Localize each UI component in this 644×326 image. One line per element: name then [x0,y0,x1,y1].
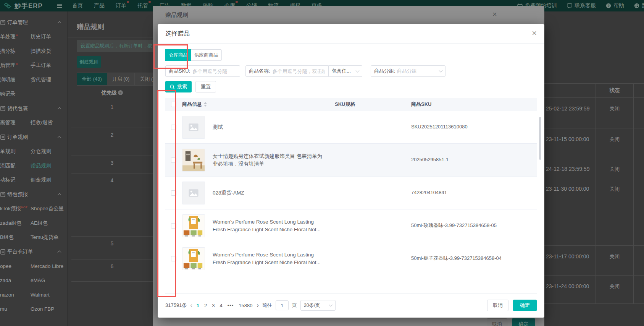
sort-icon[interactable] [204,102,207,107]
product-sku-input[interactable] [192,68,237,75]
page-number[interactable]: ••• [227,303,235,308]
product-name: Women's Perfume Rose Scent Long Lasting … [213,251,327,266]
product-name-field[interactable]: 商品名称: [245,65,329,77]
confirm-button[interactable]: 确定 [512,318,535,326]
product-row[interactable]: 测试 SKU20251201113610080 [165,111,537,144]
rule-status-tabs: 全部 (48) 开启 (0) 关闭 ( [77,73,153,86]
scrollbar-thumb[interactable] [539,117,541,160]
prev-page-icon[interactable]: ‹ [190,302,192,309]
row-checkbox[interactable] [171,125,176,130]
product-sku-field[interactable]: 商品SKU: [165,65,240,77]
product-name-input[interactable] [272,68,325,75]
menu-toggle-icon[interactable] [57,4,62,8]
sidebar-section[interactable]: 订单规则 [0,134,67,141]
sidebar-item[interactable]: Mercado Libre [31,263,67,269]
background-table-strip: 状态 25-02-12 23:59:59 关闭 23-11-15 00:00:0… [544,11,644,326]
sidebar-item[interactable]: eMAG [31,277,67,283]
sidebar-item[interactable]: B组包 [0,234,31,241]
sidebar-item[interactable]: 历史订单 [31,33,67,40]
table-row: 5 [71,237,153,260]
product-group-select[interactable]: 商品分组: 商品分组 [371,65,445,77]
sidebar-section[interactable]: 组包预报 [0,191,67,198]
sidebar-item[interactable]: 单处理 [0,33,31,40]
sidebar-section[interactable]: 订单管理 [0,19,67,26]
rule-status-tab[interactable]: 开启 (0) [107,73,135,85]
product-row[interactable]: 028退货-AMZ 7428204104841 [165,177,537,209]
sidebar-item[interactable]: Shopee首公里 [31,205,67,212]
table-row: 23-11-15 00:00:00 关闭 [544,128,644,158]
table-row: 23-11-24 00:00:00 关闭 [544,275,644,304]
sidebar-item[interactable]: 裹管理 [0,119,31,126]
nav-item[interactable]: 产品 [94,2,105,9]
sidebar-item[interactable]: Walmart [31,292,67,298]
sidebar-item[interactable]: 动标记 [0,177,31,183]
footer-divider [165,294,537,294]
create-rule-button[interactable]: 创建规则 [77,56,101,68]
page-number[interactable]: 2 [203,303,208,308]
clipped-nav-item[interactable]: 数 [634,2,644,9]
cancel-button[interactable]: 取消 [487,318,507,326]
sidebar-item[interactable]: Temu提货单 [31,234,67,241]
product-image-perfume [182,247,205,270]
sidebar-item[interactable]: opee [0,263,31,269]
cancel-button[interactable]: 取消 [487,300,508,311]
help-link[interactable]: ? 帮助 [606,2,624,9]
sidebar-item[interactable]: 描分拣 [0,48,31,55]
sidebar-section[interactable]: 平台仓订单 [0,248,67,255]
sidebar-item[interactable]: nazon [0,292,31,298]
sidebar-item[interactable]: 扫描发货 [31,48,67,55]
product-source-tab[interactable]: 仓库商品 [165,49,191,61]
sidebar-item[interactable]: 购记录 [0,91,31,97]
nav-item[interactable]: 托管 [137,2,148,9]
sidebar-item[interactable]: Ozon FBP [31,306,67,312]
row-checkbox[interactable] [171,223,176,229]
nav-item[interactable]: 订单 [116,2,126,9]
sidebar-section[interactable]: 货代包裹 [0,105,67,112]
brand[interactable]: 妙手ERP [4,2,43,10]
close-icon[interactable]: × [492,10,497,18]
select-all-checkbox[interactable] [171,102,176,107]
product-row[interactable]: Women's Perfume Rose Scent Long Lasting … [165,209,537,242]
jump-page-input[interactable] [276,300,289,310]
page-size-select[interactable]: 20条/页 [300,300,336,311]
sidebar-item[interactable]: 单规则 [0,148,31,155]
page-number[interactable]: 15880 [238,303,253,308]
row-checkbox[interactable] [171,256,176,261]
close-icon[interactable]: × [532,29,537,37]
search-button[interactable]: 搜索 [165,81,192,92]
next-page-icon[interactable]: › [257,302,258,309]
sidebar-item[interactable]: 货代管理 [31,76,67,83]
sidebar-item[interactable]: zada [0,277,31,283]
product-row[interactable]: 女士情趣贴身连体衣试新建服饰类目 包装清单为非必填项，没有填清单 2025052… [165,144,537,177]
sidebar-item[interactable]: 后管理 [0,62,31,69]
search-icon [170,84,175,89]
sidebar-item[interactable]: 赠品规则 [31,162,67,169]
sidebar-item[interactable]: AE组包 [31,220,67,227]
row-checkbox[interactable] [171,157,176,163]
rule-status-tab[interactable]: 关闭 ( [135,73,153,85]
action-row: 搜索 重置 [165,81,537,92]
confirm-button[interactable]: 确定 [513,300,537,311]
reset-button[interactable]: 重置 [195,81,216,92]
sidebar-item[interactable]: 手工订单 [31,62,67,69]
page-number[interactable]: 4 [219,303,223,308]
rule-status-tab[interactable]: 全部 (48) [77,73,107,85]
sidebar-item[interactable]: 拒收/退货 [31,119,67,126]
sidebar-item[interactable]: 润明细 [0,76,31,83]
sidebar-item[interactable]: kTok预报HOT [0,205,31,212]
product-name: Women's Perfume Rose Scent Long Lasting … [213,218,327,233]
product-source-tab[interactable]: 供应商商品 [191,49,222,61]
row-checkbox[interactable] [171,190,176,196]
sidebar-item[interactable]: 流匹配 [0,162,31,169]
product-row[interactable]: Women's Perfume Rose Scent Long Lasting … [165,242,537,275]
page-number[interactable]: 3 [211,303,215,308]
sidebar-item[interactable]: 佣金规则 [31,177,67,183]
support-link[interactable]: 联系客服 [567,2,596,9]
sidebar-item[interactable]: zada组包 [0,220,31,227]
nav-item[interactable]: 首页 [72,2,83,9]
brand-name: 妙手ERP [15,2,43,10]
match-mode-select[interactable]: 包含任... [329,65,362,77]
sidebar-item[interactable]: 分仓规则 [31,148,67,155]
sidebar-item[interactable]: mu [0,306,31,312]
page-number[interactable]: 1 [196,303,200,308]
